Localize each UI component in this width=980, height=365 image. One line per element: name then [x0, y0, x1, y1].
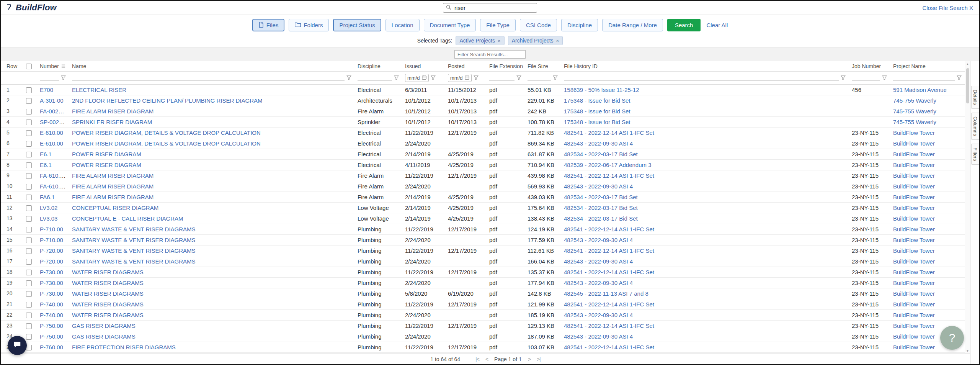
project-name-link[interactable]: BuildFlow Tower	[893, 322, 935, 329]
file-name-link[interactable]: GAS RISER DIAGRAMS	[72, 322, 136, 329]
row-checkbox[interactable]	[26, 259, 32, 265]
file-number-link[interactable]: SP-002-00	[40, 119, 67, 125]
table-row[interactable]: 8E6.1POWER RISER DIAGRAMElectrical4/11/2…	[1, 159, 965, 170]
scroll-down-icon[interactable]: ▼	[965, 348, 970, 354]
row-checkbox[interactable]	[26, 227, 32, 232]
row-checkbox[interactable]	[26, 291, 32, 297]
file-number-link[interactable]: LV3.03	[40, 215, 57, 222]
file-number-link[interactable]: P-750.00	[40, 322, 63, 329]
file-number-link[interactable]: P-760.00	[40, 344, 63, 350]
file-history-link[interactable]: 482534 - 2022-03-17 Bid Set	[564, 215, 638, 222]
table-row[interactable]: 14P-710.00SANITARY WASTE & VENT RISER DI…	[1, 224, 965, 234]
file-number-link[interactable]: P-720.00	[40, 258, 63, 265]
select-all-checkbox[interactable]	[26, 64, 32, 69]
files-filter-button[interactable]: Files	[252, 19, 285, 31]
file-history-link[interactable]: 482543 - 2022-09-30 ASI 4	[564, 280, 633, 286]
file-number-link[interactable]: P-710.00	[40, 237, 63, 243]
file-history-link[interactable]: 482543 - 2022-09-30 ASI 4	[564, 333, 633, 340]
job-number-filter-input[interactable]	[852, 75, 880, 81]
file-name-link[interactable]: FIRE ALARM RISER DIAGRAM	[72, 172, 154, 179]
row-checkbox[interactable]	[26, 87, 32, 93]
file-number-link[interactable]: P-710.00	[40, 226, 63, 232]
file-history-link[interactable]: 482541 - 2022-12-14 ASI 1-IFC Set	[564, 226, 654, 232]
file-name-link[interactable]: CONCEPTUAL RISER DIAGRAM	[72, 205, 158, 211]
file-history-link[interactable]: 482534 - 2022-03-17 Bid Set	[564, 205, 638, 211]
row-checkbox[interactable]	[26, 195, 32, 200]
file-name-link[interactable]: ELECTRICAL RISER	[72, 87, 126, 93]
table-row[interactable]: 17P-720.00SANITARY WASTE & VENT RISER DI…	[1, 256, 965, 267]
funnel-icon[interactable]	[474, 75, 479, 81]
vertical-scrollbar[interactable]: ▲ ▼	[965, 61, 970, 354]
table-row[interactable]: 11FA6.1FIRE ALARM RISER DIAGRAMFire Alar…	[1, 192, 965, 202]
row-checkbox[interactable]	[26, 109, 32, 115]
file-history-link[interactable]: 482541 - 2022-12-14 ASI 1-IFC Set	[564, 344, 654, 350]
project-name-link[interactable]: BuildFlow Tower	[893, 205, 935, 211]
file-history-link[interactable]: 482541 - 2022-12-14 ASI 1-IFC Set	[564, 269, 654, 275]
row-checkbox[interactable]	[26, 162, 32, 168]
file-history-link[interactable]: 482543 - 2022-09-30 ASI 4	[564, 237, 633, 243]
first-page-button[interactable]: |<	[475, 356, 479, 362]
file-history-link[interactable]: 482534 - 2022-03-17 Bid Set	[564, 151, 638, 157]
project-status-filter-button[interactable]: Project Status	[333, 19, 381, 31]
file-number-link[interactable]: A-301-00	[40, 97, 64, 104]
funnel-icon[interactable]	[431, 75, 436, 81]
project-name-link[interactable]: 745-755 Waverly	[893, 97, 936, 104]
file-name-link[interactable]: WATER RISER DIAGRAMS	[72, 269, 144, 275]
file-name-link[interactable]: FIRE PROTECTION RISER DIAGRAMS	[72, 344, 176, 350]
file-name-link[interactable]: WATER RISER DIAGRAMS	[72, 312, 144, 318]
name-filter-input[interactable]	[72, 75, 345, 81]
file-number-link[interactable]: FA-002-00	[40, 108, 67, 115]
file-name-link[interactable]: POWER RISER DIAGRAM	[72, 162, 141, 168]
funnel-icon[interactable]	[882, 75, 887, 81]
project-name-link[interactable]: 591 Madison Avenue	[893, 87, 947, 93]
table-row[interactable]: 12LV3.02CONCEPTUAL RISER DIAGRAMLow Volt…	[1, 202, 965, 213]
scroll-up-icon[interactable]: ▲	[965, 61, 970, 67]
funnel-icon[interactable]	[553, 75, 558, 81]
row-checkbox[interactable]	[26, 270, 32, 275]
last-page-button[interactable]: >|	[537, 356, 541, 362]
filter-results-input[interactable]	[454, 50, 526, 59]
file-number-link[interactable]: P-730.00	[40, 290, 63, 297]
project-name-link[interactable]: BuildFlow Tower	[893, 312, 935, 318]
row-checkbox[interactable]	[26, 216, 32, 222]
clear-all-link[interactable]: Clear All	[706, 22, 728, 28]
location-filter-button[interactable]: Location	[385, 19, 420, 31]
column-menu-icon[interactable]	[61, 63, 65, 69]
file-history-link[interactable]: 158639 - 50% Issue 11-25-12	[564, 87, 639, 93]
table-row[interactable]: 20P-730.00WATER RISER DIAGRAMSPlumbing5/…	[1, 288, 965, 299]
file-number-link[interactable]: P-720.00	[40, 247, 63, 254]
file-name-link[interactable]: FIRE ALARM RISER DIAGRAM	[72, 108, 154, 115]
funnel-icon[interactable]	[346, 75, 351, 81]
file-name-link[interactable]: CONCEPTUAL E - CALL RISER DIAGRAM	[72, 215, 183, 222]
file-name-link[interactable]: SANITARY WASTE & VENT RISER DIAGRAMS	[72, 247, 196, 254]
file-history-link[interactable]: 482543 - 2022-09-30 ASI 4	[564, 258, 633, 265]
file-number-link[interactable]: FA-610.00	[40, 172, 66, 179]
tab-filters[interactable]: Filters	[971, 144, 979, 165]
project-name-link[interactable]: BuildFlow Tower	[893, 226, 935, 232]
date-range-filter-button[interactable]: Date Range / More	[602, 19, 663, 31]
project-name-link[interactable]: BuildFlow Tower	[893, 194, 935, 200]
table-row[interactable]: 18P-730.00WATER RISER DIAGRAMSPlumbing11…	[1, 267, 965, 277]
table-row[interactable]: 2A-301-002ND FLOOR REFLECTED CEILING PLA…	[1, 95, 965, 106]
row-checkbox[interactable]	[26, 280, 32, 286]
row-checkbox[interactable]	[26, 323, 32, 329]
project-name-link[interactable]: BuildFlow Tower	[893, 129, 935, 136]
file-size-filter-input[interactable]	[528, 75, 551, 81]
file-history-link[interactable]: 175348 - Issue for Bid Set	[564, 97, 630, 104]
file-history-link[interactable]: 482541 - 2022-12-14 ASI 1-IFC Set	[564, 301, 654, 308]
row-checkbox[interactable]	[26, 98, 32, 104]
file-history-link[interactable]: 175348 - Issue for Bid Set	[564, 108, 630, 115]
file-name-link[interactable]: POWER RISER DIAGRAM, DETAILS & VOLTAGE D…	[72, 129, 261, 136]
row-checkbox[interactable]	[26, 184, 32, 190]
row-checkbox[interactable]	[26, 345, 32, 350]
project-name-link[interactable]: BuildFlow Tower	[893, 140, 935, 147]
chat-widget-button[interactable]	[8, 336, 27, 355]
table-row[interactable]: 19P-730.00WATER RISER DIAGRAMSPlumbing2/…	[1, 277, 965, 288]
file-history-filter-input[interactable]	[564, 75, 839, 81]
table-row[interactable]: 24P-750.00GAS RISER DIAGRAMSPlumbing2/24…	[1, 331, 965, 342]
funnel-icon[interactable]	[61, 75, 66, 81]
table-row[interactable]: 22P-740.00WATER RISER DIAGRAMSPlumbing2/…	[1, 309, 965, 320]
file-name-link[interactable]: POWER RISER DIAGRAM	[72, 151, 141, 157]
folders-filter-button[interactable]: Folders	[289, 19, 329, 31]
file-history-link[interactable]: 482541 - 2022-12-14 ASI 1-IFC Set	[564, 247, 654, 254]
